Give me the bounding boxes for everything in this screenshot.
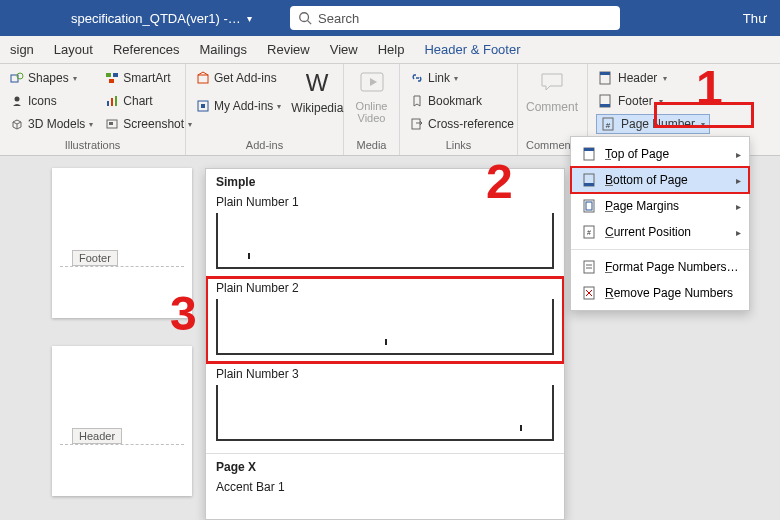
menu-current-position[interactable]: # Current Position ▸ xyxy=(571,219,749,245)
header-boundary xyxy=(60,444,184,445)
svg-rect-15 xyxy=(201,104,205,108)
page-margins-icon xyxy=(581,198,597,214)
page-number-menu: Top of Page ▸ Bottom of Page ▸ Page Marg… xyxy=(570,136,750,311)
gallery-item-accent-1[interactable]: Accent Bar 1 xyxy=(206,476,564,506)
search-input[interactable]: Search xyxy=(290,6,620,30)
page-bottom-icon xyxy=(581,172,597,188)
store-icon xyxy=(196,71,210,85)
smartart-icon xyxy=(105,71,119,85)
tab-mailings[interactable]: Mailings xyxy=(189,36,257,63)
comment-button: Comment xyxy=(526,68,578,114)
gallery-item-plain-2[interactable]: Plain Number 2 xyxy=(206,277,564,363)
chevron-right-icon: ▸ xyxy=(736,201,741,212)
menu-separator xyxy=(571,249,749,250)
tab-layout[interactable]: Layout xyxy=(44,36,103,63)
page-top-icon xyxy=(581,146,597,162)
svg-rect-27 xyxy=(584,148,594,151)
group-label-links: Links xyxy=(408,139,509,153)
page-number-icon: # xyxy=(601,117,615,131)
svg-text:#: # xyxy=(587,229,591,236)
search-icon xyxy=(298,11,312,25)
svg-rect-34 xyxy=(584,261,594,273)
bookmark-icon xyxy=(410,94,424,108)
screenshot-icon xyxy=(105,117,119,131)
tab-view[interactable]: View xyxy=(320,36,368,63)
tab-help[interactable]: Help xyxy=(368,36,415,63)
search-placeholder: Search xyxy=(318,11,359,26)
user-label[interactable]: Thư xyxy=(729,11,780,26)
icons-icon xyxy=(10,94,24,108)
page-header-icon xyxy=(598,71,612,85)
tab-references[interactable]: References xyxy=(103,36,189,63)
page-footer-icon xyxy=(598,94,612,108)
tab-review[interactable]: Review xyxy=(257,36,320,63)
chart-button[interactable]: Chart xyxy=(103,91,194,111)
chevron-right-icon: ▸ xyxy=(736,227,741,238)
footer-boundary xyxy=(60,266,184,267)
svg-rect-10 xyxy=(115,96,117,106)
svg-rect-31 xyxy=(586,202,592,210)
gallery-item-plain-1[interactable]: Plain Number 1 xyxy=(206,191,564,277)
header-button[interactable]: Header▾ xyxy=(596,68,710,88)
group-media: Online Video Media xyxy=(344,64,400,155)
gallery-section-simple: Simple xyxy=(206,169,564,191)
format-icon xyxy=(581,259,597,275)
link-button[interactable]: Link▾ xyxy=(408,68,516,88)
group-addins: Get Add-ins My Add-ins▾ W Wikipedia Add-… xyxy=(186,64,344,155)
group-label-illustrations: Illustrations xyxy=(8,139,177,153)
svg-rect-6 xyxy=(113,73,118,77)
screenshot-button[interactable]: Screenshot▾ xyxy=(103,114,194,134)
menu-top-of-page[interactable]: Top of Page ▸ xyxy=(571,141,749,167)
chevron-down-icon[interactable]: ▾ xyxy=(247,13,252,24)
gallery-item-plain-3[interactable]: Plain Number 3 xyxy=(206,363,564,449)
svg-rect-12 xyxy=(109,122,113,125)
group-label-addins: Add-ins xyxy=(194,139,335,153)
cube-icon xyxy=(10,117,24,131)
menu-page-margins[interactable]: Page Margins ▸ xyxy=(571,193,749,219)
svg-rect-23 xyxy=(600,104,610,107)
svg-line-1 xyxy=(308,21,312,25)
document-area: Footer Header Simple Plain Number 1 Plai… xyxy=(0,156,780,520)
online-video-button: Online Video xyxy=(352,68,391,124)
title-bar: specification_QTDA(ver1) -… ▾ Search Thư xyxy=(0,0,780,36)
bookmark-button[interactable]: Bookmark xyxy=(408,91,516,111)
header-tag: Header xyxy=(72,428,122,444)
page-number-button[interactable]: #Page Number▾ xyxy=(596,114,710,134)
svg-point-0 xyxy=(300,13,309,22)
svg-rect-8 xyxy=(107,101,109,106)
group-illustrations: Shapes▾ Icons 3D Models▾ SmartArt Chart … xyxy=(0,64,186,155)
footer-tag: Footer xyxy=(72,250,118,266)
shapes-button[interactable]: Shapes▾ xyxy=(8,68,95,88)
smartart-button[interactable]: SmartArt xyxy=(103,68,194,88)
get-addins-button[interactable]: Get Add-ins xyxy=(194,68,283,88)
svg-text:#: # xyxy=(606,121,611,130)
svg-rect-13 xyxy=(198,75,208,83)
svg-rect-9 xyxy=(111,98,113,106)
wikipedia-icon: W xyxy=(303,69,331,97)
my-addins-button[interactable]: My Add-ins▾ xyxy=(194,96,283,116)
menu-remove-page-numbers[interactable]: Remove Page Numbers xyxy=(571,280,749,306)
page-preview-2 xyxy=(52,346,192,496)
cross-reference-button[interactable]: Cross-reference xyxy=(408,114,516,134)
svg-text:W: W xyxy=(306,69,329,96)
chevron-right-icon: ▸ xyxy=(736,175,741,186)
footer-button[interactable]: Footer▾ xyxy=(596,91,710,111)
tab-design[interactable]: sign xyxy=(0,36,44,63)
comment-icon xyxy=(538,68,566,96)
wikipedia-button[interactable]: W Wikipedia xyxy=(291,68,343,116)
svg-rect-5 xyxy=(106,73,111,77)
chart-icon xyxy=(105,94,119,108)
menu-format-page-numbers[interactable]: Format Page Numbers… xyxy=(571,254,749,280)
svg-marker-18 xyxy=(370,78,377,86)
menu-bottom-of-page[interactable]: Bottom of Page ▸ xyxy=(571,167,749,193)
chevron-right-icon: ▸ xyxy=(736,149,741,160)
icons-button[interactable]: Icons xyxy=(8,91,95,111)
document-title: specification_QTDA(ver1) -… xyxy=(71,11,241,26)
tab-header-footer[interactable]: Header & Footer xyxy=(414,36,530,63)
svg-point-4 xyxy=(15,97,20,102)
addins-icon xyxy=(196,99,210,113)
svg-rect-29 xyxy=(584,183,594,186)
crossref-icon xyxy=(410,117,424,131)
video-icon xyxy=(358,68,386,96)
3d-models-button[interactable]: 3D Models▾ xyxy=(8,114,95,134)
